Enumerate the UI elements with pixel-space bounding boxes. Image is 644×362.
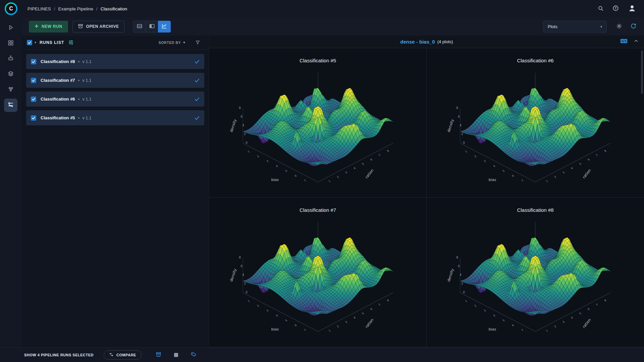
plots-dropdown[interactable]: Plots ▾: [543, 21, 607, 33]
compare-icon: [109, 352, 114, 358]
split-view-button[interactable]: [146, 21, 158, 33]
plot-title: Classification #6: [427, 58, 644, 63]
chart-view-button[interactable]: [158, 21, 171, 33]
compare-button[interactable]: COMPARE: [104, 350, 142, 360]
run-list-item[interactable]: Classification #8 v 1.1: [26, 54, 204, 69]
play-icon: [7, 24, 14, 32]
refresh-icon: [630, 23, 637, 30]
surface-plot-canvas[interactable]: [224, 65, 412, 190]
robot-icon: [7, 55, 14, 63]
breadcrumb-current: Classification: [101, 6, 127, 11]
run-selected-check-icon: [195, 78, 200, 82]
pipelines-icon: [7, 101, 14, 109]
plots-metric-title: dense - bias_0: [400, 39, 435, 45]
selected-runs-label: SHOW 4 PIPELINE RUNS SELECTED: [24, 353, 94, 357]
archive-selected-button[interactable]: [156, 352, 161, 358]
plus-icon: [35, 24, 39, 29]
toolbar: NEW RUN OPEN ARCHIVE Plots ▾: [21, 17, 644, 36]
run-selected-check-icon: [195, 60, 200, 64]
run-list-item[interactable]: Classification #6 v 1.1: [26, 92, 204, 107]
runs-list-title: RUNS LIST: [40, 40, 64, 45]
grid-icon: [7, 40, 14, 48]
breadcrumb-pipelines[interactable]: PIPELINES: [28, 6, 51, 11]
top-bar: C PIPELINES / Example Pipeline / Classif…: [0, 0, 644, 17]
plots-count: (4 plots): [437, 39, 453, 44]
gear-icon: [616, 23, 622, 30]
side-rail: [0, 17, 21, 347]
sorted-by-control[interactable]: SORTED BY ▾: [159, 41, 185, 45]
plots-section-header: dense - bias_0 (4 plots): [209, 36, 644, 48]
run-version: v 1.1: [83, 97, 92, 102]
run-separator-dot: [78, 117, 79, 119]
refresh-button[interactable]: [630, 23, 637, 30]
settings-button[interactable]: [616, 23, 622, 30]
run-separator-dot: [78, 80, 79, 81]
rail-item-datasets[interactable]: [4, 68, 17, 81]
run-name: Classification #6: [41, 97, 75, 102]
plot-cell: Classification #7: [209, 198, 427, 347]
run-list-item[interactable]: Classification #5 v 1.1: [26, 110, 204, 125]
filter-funnel-icon[interactable]: [195, 40, 200, 45]
rail-item-getting-started[interactable]: [4, 21, 17, 35]
open-archive-button[interactable]: OPEN ARCHIVE: [72, 21, 124, 33]
surface-plot-canvas[interactable]: [441, 65, 629, 190]
runs-panel: ▾ RUNS LIST SORTED BY ▾ Classification #…: [21, 36, 209, 347]
plot-cell: Classification #6: [427, 48, 644, 198]
run-version: v 1.1: [83, 59, 92, 64]
embed-code-icon[interactable]: [620, 39, 628, 45]
collapse-chevron-up-icon[interactable]: [634, 39, 639, 45]
table-view-icon: [137, 23, 143, 30]
run-name: Classification #8: [41, 59, 75, 64]
app-logo[interactable]: C: [5, 2, 17, 15]
archive-icon: [78, 23, 83, 30]
run-checkbox[interactable]: [31, 78, 36, 83]
avatar-icon: [628, 4, 637, 14]
footer-bar: SHOW 4 PIPELINE RUNS SELECTED COMPARE: [0, 347, 644, 362]
svg-text:?: ?: [615, 7, 616, 10]
run-checkbox[interactable]: [31, 97, 36, 102]
rail-item-workers[interactable]: [4, 52, 17, 66]
sorted-by-label: SORTED BY: [159, 41, 181, 45]
user-avatar[interactable]: [628, 4, 637, 14]
select-all-checkbox[interactable]: [27, 40, 32, 45]
chevron-down-icon[interactable]: ▾: [35, 41, 36, 44]
breadcrumb-separator: /: [96, 6, 98, 11]
runs-filter-sliders-icon[interactable]: [68, 40, 74, 45]
rail-item-applications[interactable]: [4, 83, 17, 97]
archive-icon: [156, 352, 161, 358]
help-button[interactable]: ?: [612, 5, 619, 12]
run-checkbox[interactable]: [31, 115, 36, 121]
breadcrumb-separator: /: [54, 6, 55, 11]
rail-item-pipelines[interactable]: [4, 99, 17, 112]
view-toggle-group: [133, 21, 171, 33]
surface-plot-canvas[interactable]: [441, 214, 629, 340]
add-tag-button[interactable]: [191, 352, 197, 358]
run-name: Classification #7: [41, 78, 75, 83]
runs-panel-header: ▾ RUNS LIST SORTED BY ▾: [21, 36, 209, 50]
tag-icon: [191, 352, 197, 358]
run-separator-dot: [78, 61, 79, 62]
run-checkbox[interactable]: [31, 59, 36, 64]
table-view-button[interactable]: [133, 21, 146, 33]
new-run-label: NEW RUN: [42, 24, 62, 29]
breadcrumb-pipeline-name[interactable]: Example Pipeline: [58, 6, 93, 11]
run-list-item[interactable]: Classification #7 v 1.1: [26, 73, 204, 88]
run-selected-check-icon: [195, 97, 200, 101]
split-view-icon: [149, 23, 155, 30]
surface-plot-canvas[interactable]: [224, 214, 412, 340]
search-button[interactable]: [598, 5, 604, 12]
plots-scrollbar[interactable]: [641, 50, 643, 94]
open-archive-label: OPEN ARCHIVE: [86, 24, 119, 29]
chevron-down-icon: ▾: [183, 41, 185, 44]
plots-header-icons: [620, 36, 639, 48]
rail-item-projects[interactable]: [4, 37, 17, 50]
compare-label: COMPARE: [116, 353, 136, 357]
new-run-button[interactable]: NEW RUN: [29, 21, 68, 33]
plot-cell: Classification #8: [427, 198, 644, 347]
plots-dropdown-value: Plots: [548, 24, 557, 29]
cluster-icon: [7, 86, 14, 94]
chart-view-icon: [161, 23, 167, 30]
plot-title: Classification #7: [209, 207, 426, 213]
help-icon: ?: [612, 5, 619, 12]
abort-button[interactable]: [174, 353, 178, 357]
